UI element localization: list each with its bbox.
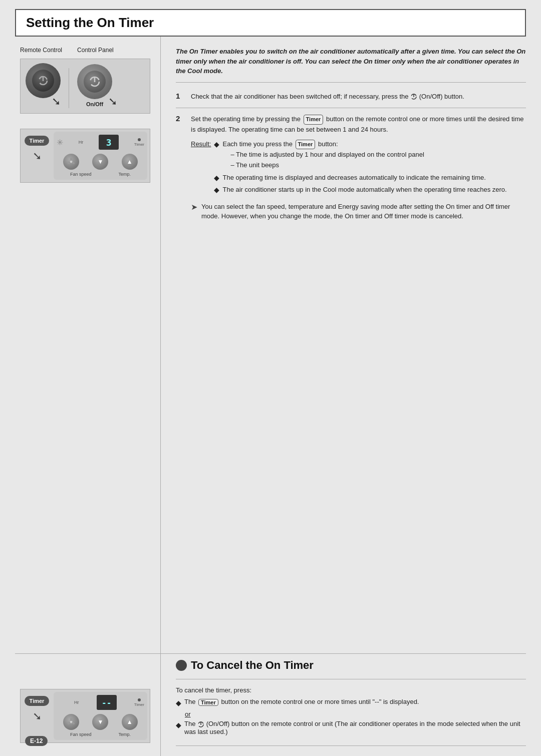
temp-down-btn: ▼ xyxy=(92,154,108,170)
cancel-temp-label: Temp. xyxy=(118,732,131,737)
cancel-cp-labels: Fan speed Temp. xyxy=(57,732,144,737)
step-1: 1 Check that the air conditioner has bee… xyxy=(176,92,526,109)
hr-label: Hr xyxy=(79,140,84,145)
bullet-3-text: The air conditioner starts up in the Coo… xyxy=(222,185,506,195)
heading-circle xyxy=(176,660,187,671)
cancel-bullet-2-text: The (On/Off) button on the remote contro… xyxy=(184,720,526,735)
cancel-timer-dot-label: Timer xyxy=(134,702,144,707)
panel-onoff-button xyxy=(77,64,112,99)
temp-label: Temp. xyxy=(118,172,131,177)
control-panel-diagram: ✳ Hr 3 Timer xyxy=(54,132,147,180)
note-item: ➤ You can select the fan speed, temperat… xyxy=(191,202,526,221)
timer-dot-label: Timer xyxy=(134,142,144,147)
cancel-fan-btn xyxy=(63,714,79,730)
timer-button-outer: Timer ➘ xyxy=(23,132,51,180)
left-panel: Remote Control Control Panel xyxy=(15,37,160,653)
step1-image: ➘ O xyxy=(20,59,150,114)
cancel-up-btn: ▲ xyxy=(122,714,138,730)
step-1-number: 1 xyxy=(176,92,191,102)
svg-point-5 xyxy=(70,158,72,161)
page: Setting the On Timer Remote Control Cont… xyxy=(0,0,541,756)
right-panel: The On Timer enables you to switch on th… xyxy=(160,37,526,653)
timer-remote-wrap: Timer ➘ ✳ Hr 3 xyxy=(21,129,150,182)
cancel-cp-top: Hr -- Timer xyxy=(57,695,144,710)
cp-top-row: ✳ Hr 3 Timer xyxy=(57,135,144,150)
sub-bullets-1: The time is adjusted by 1 hour and displ… xyxy=(230,150,424,170)
note-arrow-icon: ➤ xyxy=(191,201,197,213)
cancel-bullet-2: ◆ The (On/Off) button on the remote cont… xyxy=(176,720,526,735)
page-number: E-12 xyxy=(25,736,48,746)
step-1-content: Check that the air conditioner has been … xyxy=(191,92,526,102)
page-content: Setting the On Timer Remote Control Cont… xyxy=(0,0,541,756)
title-bar: Setting the On Timer xyxy=(15,9,526,37)
inline-power-icon xyxy=(410,93,417,100)
cancel-power-icon xyxy=(197,721,204,728)
fan-speed-label: Fan speed xyxy=(70,172,92,177)
remote-power-inner xyxy=(32,70,54,92)
step-2-number: 2 xyxy=(176,114,191,221)
remote-power-button xyxy=(26,63,61,98)
step-1-text-part1: Check that the air conditioner has been … xyxy=(191,93,410,100)
panel-onoff-wrap: On/Off ➘ xyxy=(77,64,112,108)
result-section: Result: ◆ Each time you press the Timer … xyxy=(191,139,526,197)
fan-speed-btn xyxy=(63,154,79,170)
cancel-timer-outer: Timer ➘ xyxy=(23,692,51,740)
timer-badge-2: Timer xyxy=(296,140,316,150)
cancel-fanspeed-label: Fan speed xyxy=(70,732,92,737)
step-2-text: Set the operating time by pressing the T… xyxy=(191,115,524,133)
step-1-text-part2: (On/Off) button. xyxy=(419,93,464,100)
control-panel-label: Control Panel xyxy=(77,47,114,54)
cancel-title: To Cancel the On Timer xyxy=(191,659,314,672)
step-2-content: Set the operating time by pressing the T… xyxy=(191,114,526,221)
bullet-1-content: Each time you press the Timer button: Th… xyxy=(222,139,424,171)
fan-icon xyxy=(67,158,75,166)
cancel-or-label: or xyxy=(185,710,526,718)
temp-up-btn: ▲ xyxy=(122,154,138,170)
step2-image: Timer ➘ ✳ Hr 3 xyxy=(20,129,150,183)
step-2: 2 Set the operating time by pressing the… xyxy=(176,114,526,227)
cp-timer-dot: Timer xyxy=(134,138,144,147)
cancel-down-btn: ▼ xyxy=(92,714,108,730)
sub-bullet-1-1: The time is adjusted by 1 hour and displ… xyxy=(230,150,424,160)
cancel-bullet-1-text: The Timer button on the remote control o… xyxy=(184,698,419,706)
result-items: ◆ Each time you press the Timer button: … xyxy=(214,139,526,197)
power-icon xyxy=(37,75,49,87)
cancel-heading-divider xyxy=(176,679,526,679)
cancel-cp-diagram: Hr -- Timer xyxy=(54,692,147,740)
cp-display: 3 xyxy=(99,135,119,150)
cancel-image: Timer ➘ Hr -- xyxy=(20,689,150,743)
sun-icon: ✳ xyxy=(57,138,63,147)
cancel-timer-badge: Timer xyxy=(25,696,50,706)
result-bullet-1: ◆ Each time you press the Timer button: … xyxy=(214,139,526,171)
cancel-right: To Cancel the On Timer To cancel the tim… xyxy=(160,654,526,756)
cancel-bottom-divider xyxy=(176,745,526,746)
panel-power-icon xyxy=(88,75,101,88)
cancel-timer-badge-inline: Timer xyxy=(198,699,218,706)
bullet-2-text: The operating time is displayed and decr… xyxy=(222,173,485,183)
cancel-timer-dot: Timer xyxy=(134,698,144,707)
note-text: You can select the fan speed, temperatur… xyxy=(201,202,526,221)
sub-bullet-1-2: The unit beeps xyxy=(230,160,424,170)
bullet-1-text: Each time you press the Timer button: xyxy=(222,140,338,148)
panel-onoff-inner xyxy=(84,71,106,93)
result-label: Result: xyxy=(191,139,211,150)
timer-label-badge: Timer xyxy=(25,136,50,146)
cp-label-row: Fan speed Temp. xyxy=(57,172,144,177)
cancel-cp-bottom: ▼ ▲ xyxy=(57,714,144,730)
cancel-fan-icon xyxy=(67,718,75,726)
timer-badge-inline: Timer xyxy=(304,115,324,125)
cancel-intro: To cancel the timer, press: xyxy=(176,686,526,694)
remote-control-label: Remote Control xyxy=(20,47,62,54)
cancel-section: Timer ➘ Hr -- xyxy=(15,654,526,756)
svg-point-11 xyxy=(70,718,72,721)
cancel-heading: To Cancel the On Timer xyxy=(176,659,526,672)
onoff-label: On/Off xyxy=(86,101,103,107)
page-title: Setting the On Timer xyxy=(26,15,515,31)
cancel-cp-display: -- xyxy=(97,695,117,710)
cancel-bullet-1: ◆ The Timer button on the remote control… xyxy=(176,698,526,708)
intro-text: The On Timer enables you to switch on th… xyxy=(176,47,526,83)
cancel-remote-wrap: Timer ➘ Hr -- xyxy=(21,689,150,742)
main-content: Remote Control Control Panel xyxy=(15,37,526,653)
result-bullet-3: ◆ The air conditioner starts up in the C… xyxy=(214,185,526,195)
cp-bottom-row: ▼ ▲ xyxy=(57,154,144,170)
